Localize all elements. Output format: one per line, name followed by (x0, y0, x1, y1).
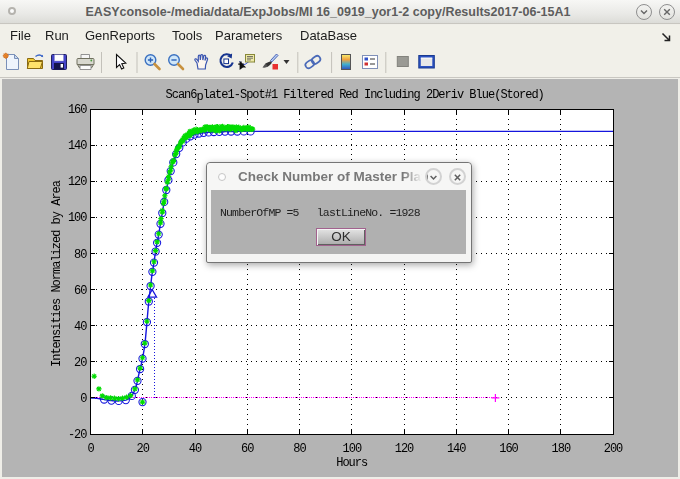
svg-text:80: 80 (293, 442, 306, 456)
svg-text:180: 180 (551, 442, 570, 456)
svg-text:160: 160 (499, 442, 518, 456)
svg-text:60: 60 (74, 284, 87, 298)
svg-text:40: 40 (189, 442, 202, 456)
svg-text:100: 100 (342, 442, 361, 456)
svg-text:140: 140 (447, 442, 466, 456)
svg-text:20: 20 (137, 442, 150, 456)
svg-text:Intensities Normalized by Area: Intensities Normalized by Area (50, 180, 64, 367)
svg-text:20: 20 (74, 356, 87, 370)
svg-text:140: 140 (68, 139, 87, 153)
svg-text:200: 200 (604, 442, 623, 456)
svg-text:0: 0 (80, 392, 87, 406)
svg-text:-20: -20 (68, 428, 87, 442)
svg-text:80: 80 (74, 248, 87, 262)
svg-text:0: 0 (87, 442, 94, 456)
svg-text:160: 160 (68, 103, 87, 117)
svg-text:Hours: Hours (336, 456, 368, 470)
svg-text:100: 100 (68, 211, 87, 225)
svg-text:40: 40 (74, 320, 87, 334)
svg-text:Scan6plate1-Spot#1 Filtered Re: Scan6plate1-Spot#1 Filtered Red Includin… (166, 88, 544, 105)
svg-text:120: 120 (395, 442, 414, 456)
svg-text:60: 60 (241, 442, 254, 456)
svg-text:120: 120 (68, 175, 87, 189)
